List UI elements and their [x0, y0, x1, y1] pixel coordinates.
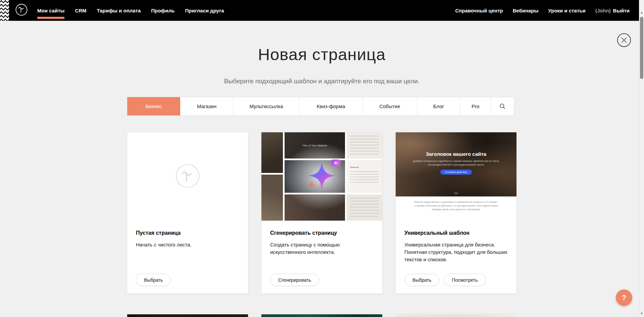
zigzag-pattern-decoration [0, 0, 9, 21]
template-body-text: Коротко представьтесь и расскажите о ком… [414, 200, 498, 212]
search-icon [500, 103, 505, 109]
tab-business[interactable]: Бизнес [127, 97, 180, 116]
nav-item-my-sites[interactable]: Мои сайты [37, 0, 64, 21]
template-card-universal: Заголовок вашего сайта Добавьте интересн… [396, 132, 516, 293]
scrollbar-up-arrow[interactable]: ▲ [639, 9, 644, 15]
tab-quiz-form[interactable]: Квиз-форма [299, 97, 363, 116]
tilda-watermark-icon [175, 163, 200, 190]
card-description: Создать страницу с помощью искусственног… [270, 241, 374, 256]
tab-blog[interactable]: Блог [417, 97, 460, 116]
card-description: Начать с чистого листа. [136, 241, 239, 248]
tilda-logo[interactable] [15, 3, 28, 18]
nav-item-pricing[interactable]: Тарифы и оплата [97, 0, 141, 21]
preview-button[interactable]: Посмотреть [444, 274, 486, 286]
tab-event[interactable]: Событие [362, 97, 417, 116]
page-subtitle: Выберите подходящий шаблон и адаптируйте… [127, 78, 516, 85]
template-hero-subtext: Добавьте интересные подробности о вашей … [412, 159, 499, 167]
template-card-row2-2[interactable] [261, 314, 382, 317]
chevron-down-icon [454, 190, 458, 194]
restaurant-template-image [127, 314, 248, 317]
template-card-ai-generate: Title of Your Website About us [261, 132, 382, 293]
nav-item-lessons[interactable]: Уроки и статьи [548, 8, 586, 13]
blank-page-preview[interactable] [127, 132, 248, 221]
card-description: Универсальная страница для бизнеса. Поня… [404, 241, 508, 263]
user-name: (John) [595, 8, 611, 13]
light-template-image [396, 314, 516, 317]
tab-multilink[interactable]: Мультиссылка [233, 97, 299, 116]
nav-item-profile[interactable]: Профиль [151, 0, 175, 21]
template-cta-button: Основное действие [440, 170, 472, 175]
close-button[interactable] [617, 33, 631, 47]
tab-store[interactable]: Магазин [180, 97, 234, 116]
page-title: Новая страница [127, 45, 516, 64]
template-card-row2-3[interactable] [396, 314, 516, 317]
secondary-nav: Справочный центр Вебинары Уроки и статьи… [455, 8, 630, 13]
choose-button[interactable]: Выбрать [136, 274, 171, 286]
tab-search[interactable] [491, 97, 514, 116]
template-category-tabs: Бизнес Магазин Мультиссылка Квиз-форма С… [127, 97, 516, 116]
logout-link[interactable]: Выйти [613, 8, 630, 13]
scrollbar-thumb[interactable] [640, 17, 643, 79]
nav-item-crm[interactable]: CRM [75, 0, 86, 21]
ai-generate-preview[interactable]: Title of Your Website About us [261, 132, 382, 221]
template-grid: Пустая страница Начать с чистого листа. … [127, 132, 516, 317]
help-button[interactable]: ? [616, 289, 632, 306]
nav-item-webinars[interactable]: Вебинары [513, 8, 539, 13]
template-card-blank: Пустая страница Начать с чистого листа. … [127, 132, 248, 293]
card-title: Универсальный шаблон [404, 230, 508, 236]
ai-badge: AI [331, 160, 340, 166]
teal-template-image [261, 314, 382, 317]
template-text-section: Коротко представьтесь и расскажите о ком… [396, 196, 516, 221]
nav-item-invite-friend[interactable]: Пригласи друга [185, 0, 224, 21]
card-title: Сгенерировать страницу [270, 230, 374, 236]
choose-button[interactable]: Выбрать [404, 274, 439, 286]
universal-template-preview[interactable]: Заголовок вашего сайта Добавьте интересн… [396, 132, 516, 221]
top-navigation-bar: Мои сайты CRM Тарифы и оплата Профиль Пр… [0, 0, 639, 21]
vertical-scrollbar: ▲ ▼ [639, 0, 644, 317]
tab-pro[interactable]: Pro [460, 97, 491, 116]
card-title: Пустая страница [136, 230, 239, 236]
nav-item-help-center[interactable]: Справочный центр [455, 8, 503, 13]
main-nav: Мои сайты CRM Тарифы и оплата Профиль Пр… [37, 0, 224, 21]
generate-button[interactable]: Сгенерировать [270, 274, 319, 286]
template-card-row2-1[interactable] [127, 314, 248, 317]
scrollbar-down-arrow[interactable]: ▼ [639, 310, 644, 316]
close-icon [621, 37, 627, 43]
template-hero-section: Заголовок вашего сайта Добавьте интересн… [396, 132, 516, 196]
template-hero-heading: Заголовок вашего сайта [396, 151, 516, 157]
